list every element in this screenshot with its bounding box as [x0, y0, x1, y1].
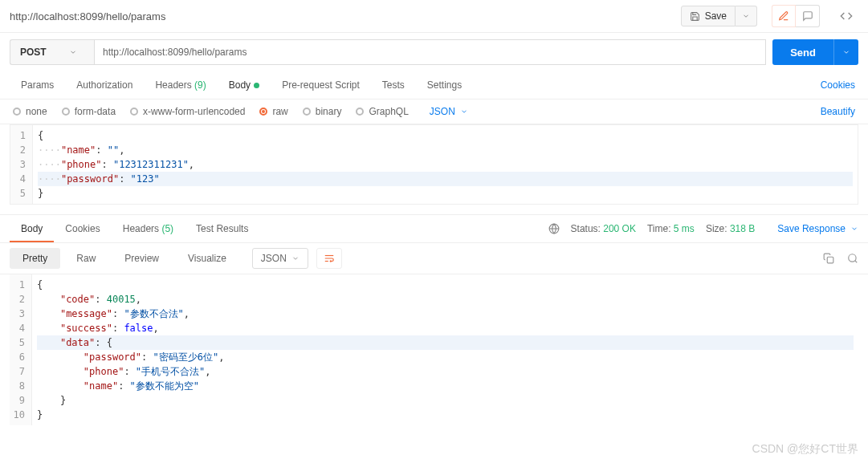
tab-prerequest[interactable]: Pre-request Script — [271, 71, 371, 99]
wrap-icon — [324, 253, 335, 264]
response-body-editor[interactable]: 12345678910 { "code": 40015, "message": … — [10, 274, 858, 425]
response-tab-body[interactable]: Body — [10, 215, 54, 242]
body-type-binary[interactable]: binary — [303, 106, 342, 117]
globe-icon[interactable] — [548, 223, 560, 234]
pencil-icon — [778, 10, 789, 22]
response-tab-headers-label: Headers — [123, 223, 159, 234]
response-format-select[interactable]: JSON — [252, 248, 308, 269]
body-type-xwww[interactable]: x-www-form-urlencoded — [130, 106, 245, 117]
time-block: Time: 5 ms — [647, 223, 695, 234]
body-type-graphql[interactable]: GraphQL — [356, 106, 408, 117]
body-type-raw-label: raw — [272, 106, 287, 117]
status-block: Status: 200 OK — [571, 223, 636, 234]
svg-rect-4 — [827, 257, 833, 263]
raw-format-label: JSON — [430, 106, 455, 117]
editor-code[interactable]: { ····"name": "", ····"phone": "12312311… — [33, 125, 858, 204]
response-toolbar: Pretty Raw Preview Visualize JSON — [0, 243, 868, 274]
save-response-button[interactable]: Save Response — [777, 223, 858, 234]
response-editor-code: { "code": 40015, "message": "参数不合法", "su… — [32, 274, 858, 425]
save-group: Save — [681, 6, 757, 26]
radio-icon — [259, 108, 267, 116]
edit-button[interactable] — [772, 5, 796, 27]
send-dropdown-button[interactable] — [833, 39, 858, 65]
response-view-pretty[interactable]: Pretty — [10, 248, 60, 269]
tab-headers[interactable]: Headers (9) — [144, 71, 217, 99]
response-headers-count: (5) — [161, 223, 173, 234]
editor-gutter: 1 2 3 4 5 — [10, 125, 33, 204]
raw-format-select[interactable]: JSON — [430, 106, 468, 117]
response-stats: Status: 200 OK Time: 5 ms Size: 318 B Sa… — [548, 217, 858, 241]
chevron-down-icon — [850, 225, 858, 233]
url-row: POST Send — [0, 33, 868, 71]
radio-icon — [356, 108, 364, 116]
search-icon — [847, 253, 858, 264]
radio-icon — [130, 108, 138, 116]
request-body-editor[interactable]: 1 2 3 4 5 { ····"name": "", ····"phone":… — [10, 124, 858, 205]
request-title: http://localhost:8099/hello/params — [10, 10, 674, 22]
body-type-form-data[interactable]: form-data — [62, 106, 116, 117]
tab-headers-label: Headers — [155, 79, 191, 91]
radio-icon — [303, 108, 311, 116]
body-type-graphql-label: GraphQL — [369, 106, 408, 117]
chevron-down-icon — [842, 48, 850, 56]
tab-body-label: Body — [229, 79, 251, 91]
code-icon — [840, 10, 853, 22]
comment-button[interactable] — [796, 5, 820, 27]
send-group: Send — [772, 39, 858, 65]
chevron-down-icon — [69, 48, 77, 56]
save-button[interactable]: Save — [681, 6, 736, 26]
save-button-label: Save — [705, 10, 727, 22]
body-type-form-data-label: form-data — [75, 106, 116, 117]
copy-button[interactable] — [823, 253, 834, 264]
copy-icon — [823, 253, 834, 264]
method-label: POST — [20, 47, 47, 58]
response-view-visualize[interactable]: Visualize — [175, 248, 239, 269]
body-type-raw[interactable]: raw — [259, 106, 287, 117]
radio-icon — [13, 108, 21, 116]
search-button[interactable] — [847, 253, 858, 264]
svg-point-5 — [849, 254, 856, 262]
method-select[interactable]: POST — [10, 39, 94, 65]
response-view-raw[interactable]: Raw — [63, 248, 108, 269]
svg-line-6 — [855, 261, 858, 263]
body-type-none-label: none — [26, 106, 47, 117]
tab-params[interactable]: Params — [10, 71, 65, 99]
response-tabs: Body Cookies Headers (5) Test Results St… — [0, 214, 868, 243]
cookies-link[interactable]: Cookies — [817, 71, 858, 99]
request-tabs: Params Authorization Headers (9) Body Pr… — [0, 71, 868, 100]
save-response-label: Save Response — [777, 223, 846, 234]
request-header: http://localhost:8099/hello/params Save — [0, 0, 868, 33]
tab-settings[interactable]: Settings — [416, 71, 473, 99]
send-button[interactable]: Send — [772, 39, 833, 65]
chevron-down-icon — [460, 108, 468, 116]
code-panel-button[interactable] — [834, 5, 858, 27]
body-indicator-dot — [254, 83, 259, 88]
tab-tests[interactable]: Tests — [371, 71, 416, 99]
url-input[interactable] — [94, 39, 766, 65]
chevron-down-icon — [291, 254, 300, 262]
body-type-binary-label: binary — [316, 106, 342, 117]
headers-count: (9) — [194, 79, 206, 91]
response-tab-headers[interactable]: Headers (5) — [112, 215, 185, 242]
size-block: Size: 318 B — [706, 223, 755, 234]
response-view-preview[interactable]: Preview — [112, 248, 172, 269]
chevron-down-icon — [742, 12, 750, 20]
radio-icon — [62, 108, 70, 116]
beautify-button[interactable]: Beautify — [821, 106, 855, 117]
body-types: none form-data x-www-form-urlencoded raw… — [0, 100, 868, 124]
tab-authorization[interactable]: Authorization — [65, 71, 144, 99]
save-icon — [690, 11, 700, 22]
comment-icon — [802, 10, 813, 22]
tab-body[interactable]: Body — [218, 71, 271, 99]
response-tab-tests[interactable]: Test Results — [185, 215, 259, 242]
body-type-xwww-label: x-www-form-urlencoded — [143, 106, 245, 117]
wrap-lines-button[interactable] — [316, 248, 342, 269]
response-format-label: JSON — [261, 253, 287, 264]
response-editor-gutter: 12345678910 — [10, 274, 32, 425]
response-tools — [823, 253, 858, 264]
response-tab-cookies[interactable]: Cookies — [54, 215, 111, 242]
body-type-none[interactable]: none — [13, 106, 47, 117]
save-dropdown-button[interactable] — [736, 6, 757, 26]
